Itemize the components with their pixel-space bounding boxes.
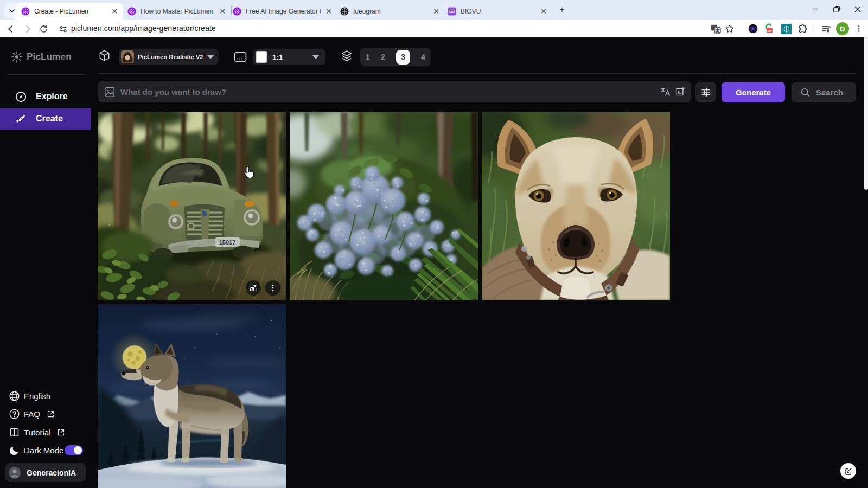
svg-text:D: D (840, 25, 845, 33)
svg-text:文: 文 (715, 28, 719, 33)
svg-text:BVU: BVU (450, 10, 454, 12)
svg-text:off: off (767, 29, 771, 33)
